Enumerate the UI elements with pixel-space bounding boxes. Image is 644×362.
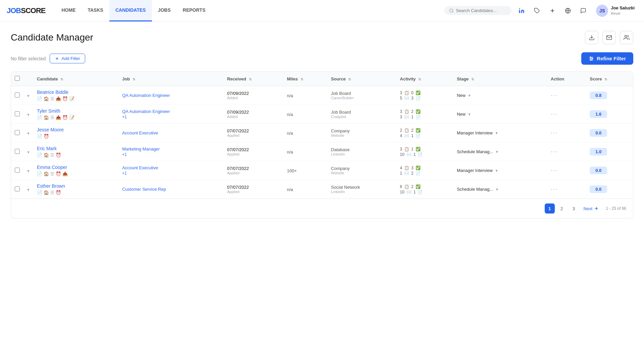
row-checkbox-cell[interactable] <box>11 161 23 180</box>
email-button[interactable] <box>602 31 616 44</box>
linkedin-icon[interactable] <box>516 5 527 16</box>
note-icon[interactable]: 📋 <box>404 109 409 114</box>
nav-link-tasks[interactable]: TASKS <box>82 0 109 21</box>
user-menu[interactable]: JS Joe Saluzki Revel <box>593 3 637 18</box>
page-3-button[interactable]: 3 <box>569 203 579 214</box>
stage-chevron[interactable]: ▼ <box>468 94 471 98</box>
col-received[interactable]: Received ⇅ <box>224 72 284 86</box>
row-checkbox[interactable] <box>15 186 20 191</box>
action-menu-button[interactable]: ··· <box>551 92 558 99</box>
row-checkbox[interactable] <box>15 93 20 98</box>
col-job[interactable]: Job ⇅ <box>119 72 224 86</box>
row-expand-cell[interactable]: ▼ <box>23 124 34 142</box>
share-icon[interactable]: 📤 <box>56 96 61 101</box>
resume-icon[interactable]: 📄 <box>37 115 42 120</box>
list-icon[interactable]: ☰ <box>50 153 54 158</box>
resume-icon[interactable]: 📄 <box>37 190 42 195</box>
clock-icon[interactable]: ⏰ <box>56 171 61 176</box>
action-menu-button[interactable]: ··· <box>551 148 558 155</box>
row-checkbox-cell[interactable] <box>11 86 23 105</box>
action-menu-button[interactable]: ··· <box>551 129 558 136</box>
nav-link-jobs[interactable]: JOBS <box>152 0 177 21</box>
check-icon[interactable]: ✅ <box>416 166 421 170</box>
row-checkbox-cell[interactable] <box>11 105 23 124</box>
action-menu-button[interactable]: ··· <box>551 186 558 192</box>
row-checkbox[interactable] <box>15 149 20 154</box>
chat-icon[interactable] <box>578 5 589 16</box>
candidate-name-link[interactable]: Tyler Smith <box>37 108 115 114</box>
row-checkbox[interactable] <box>15 168 20 173</box>
doc-icon[interactable]: 📄 <box>418 190 423 194</box>
note-icon[interactable]: 📋 <box>404 128 409 133</box>
col-activity[interactable]: Activity ⇅ <box>396 72 453 86</box>
row-expand-cell[interactable]: ▼ <box>23 105 34 124</box>
row-checkbox-cell[interactable] <box>11 124 23 142</box>
stage-chevron[interactable]: ▼ <box>495 169 498 173</box>
job-link[interactable]: Marketing Manager <box>122 146 220 152</box>
share-icon[interactable]: 📤 <box>62 171 68 176</box>
row-checkbox-cell[interactable] <box>11 180 23 199</box>
page-1-button[interactable]: 1 <box>545 203 555 214</box>
search-input[interactable] <box>456 8 503 13</box>
col-stage[interactable]: Stage ⇅ <box>453 72 547 86</box>
check-icon[interactable]: ✅ <box>416 184 421 189</box>
candidate-name-link[interactable]: Jesse Moore <box>37 127 115 132</box>
list-icon[interactable]: ☰ <box>50 96 54 101</box>
expand-button[interactable]: ▼ <box>26 131 30 135</box>
row-expand-cell[interactable]: ▼ <box>23 161 34 180</box>
check-icon[interactable]: ✅ <box>416 147 421 152</box>
doc-icon[interactable]: 📄 <box>416 171 421 176</box>
note-icon[interactable]: 📋 <box>404 166 409 170</box>
nav-link-candidates[interactable]: CANDIDATES <box>109 0 152 21</box>
doc-icon[interactable]: 📄 <box>418 152 423 157</box>
job-link[interactable]: Account Executive <box>122 165 220 170</box>
check-icon[interactable]: ✅ <box>416 109 421 114</box>
clock-icon[interactable]: ⏰ <box>56 190 61 195</box>
home-icon[interactable]: 🏠 <box>44 115 49 120</box>
row-checkbox[interactable] <box>15 111 20 116</box>
expand-button[interactable]: ▼ <box>26 94 30 98</box>
email-icon[interactable]: ✉️ <box>404 171 409 176</box>
users-button[interactable] <box>620 31 633 44</box>
email-icon[interactable]: ✉️ <box>404 96 409 101</box>
doc-icon[interactable]: 📄 <box>416 133 421 138</box>
select-all-checkbox[interactable] <box>15 76 20 81</box>
email-icon[interactable]: ✉️ <box>407 190 412 194</box>
job-link[interactable]: QA Automation Engineer <box>122 93 220 98</box>
clock-icon[interactable]: ⏰ <box>44 134 49 139</box>
email-icon[interactable]: ✉️ <box>404 133 409 138</box>
resume-icon[interactable]: 📄 <box>37 153 42 158</box>
nav-link-home[interactable]: HOME <box>56 0 82 21</box>
list-icon[interactable]: ☰ <box>50 115 54 120</box>
stage-chevron[interactable]: ▼ <box>495 131 498 135</box>
col-source[interactable]: Source ⇅ <box>328 72 397 86</box>
clock-icon[interactable]: ⏰ <box>56 153 61 158</box>
add-filter-button[interactable]: Add Filter <box>50 54 85 63</box>
clock-icon[interactable]: ⏰ <box>62 115 68 120</box>
doc-icon[interactable]: 📝 <box>69 115 74 120</box>
clock-icon[interactable]: ⏰ <box>62 96 68 101</box>
expand-button[interactable]: ▼ <box>26 188 30 192</box>
row-checkbox[interactable] <box>15 130 20 135</box>
row-checkbox-cell[interactable] <box>11 142 23 161</box>
expand-button[interactable]: ▼ <box>26 150 30 154</box>
list-icon[interactable]: ☰ <box>50 171 54 176</box>
job-link[interactable]: Customer Service Rep <box>122 187 220 192</box>
home-icon[interactable]: 🏠 <box>44 153 49 158</box>
check-icon[interactable]: ✅ <box>416 128 421 133</box>
home-icon[interactable]: 🏠 <box>44 190 49 195</box>
select-all-header[interactable] <box>11 72 23 86</box>
email-icon[interactable]: ✉️ <box>404 115 409 119</box>
job-link[interactable]: Account Executive <box>122 130 220 135</box>
candidate-name-link[interactable]: Esther Brown <box>37 183 115 189</box>
list-icon[interactable]: ☰ <box>50 190 54 195</box>
download-button[interactable] <box>585 31 598 44</box>
expand-button[interactable]: ▼ <box>26 113 30 117</box>
resume-icon[interactable]: 📄 <box>37 171 42 176</box>
tag-icon[interactable] <box>532 5 542 16</box>
row-expand-cell[interactable]: ▼ <box>23 180 34 199</box>
home-icon[interactable]: 🏠 <box>44 171 49 176</box>
doc-icon[interactable]: 📝 <box>69 96 74 101</box>
job-extra[interactable]: +1 <box>122 115 127 119</box>
row-expand-cell[interactable]: ▼ <box>23 86 34 105</box>
